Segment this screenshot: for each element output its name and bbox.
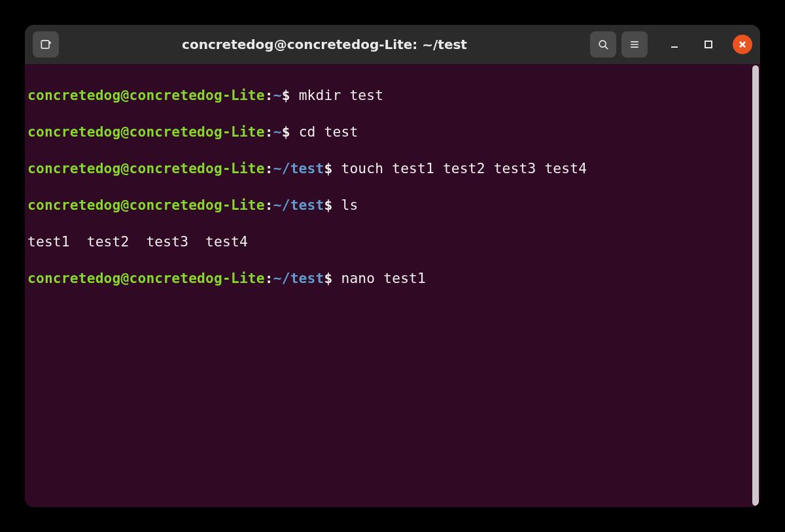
- prompt-dollar: $: [324, 160, 333, 176]
- search-button[interactable]: [590, 31, 616, 58]
- prompt-separator: :: [265, 124, 273, 140]
- command-text: nano test1: [341, 270, 426, 286]
- titlebar: concretedog@concretedog-Lite: ~/test: [25, 25, 760, 64]
- terminal-line: concretedog@concretedog-Lite:~$ cd test: [27, 123, 759, 141]
- terminal-line: concretedog@concretedog-Lite:~/test$ nan…: [27, 269, 759, 288]
- svg-line-2: [605, 46, 607, 48]
- prompt-dollar: $: [324, 270, 333, 286]
- command-text: ls: [341, 197, 358, 213]
- terminal-content[interactable]: concretedog@concretedog-Lite:~$ mkdir te…: [25, 64, 760, 328]
- prompt-user-host: concretedog@concretedog-Lite: [27, 270, 265, 286]
- svg-rect-0: [41, 41, 49, 48]
- new-tab-icon: [39, 38, 52, 51]
- terminal-line: concretedog@concretedog-Lite:~/test$ tou…: [27, 159, 759, 178]
- prompt-user-host: concretedog@concretedog-Lite: [27, 197, 265, 213]
- terminal-window: concretedog@concretedog-Lite: ~/test: [25, 25, 760, 507]
- svg-point-1: [599, 41, 606, 47]
- command-text: cd test: [299, 124, 358, 140]
- hamburger-icon: [628, 38, 641, 51]
- command-text: touch test1 test2 test3 test4: [341, 160, 587, 176]
- prompt-dollar: $: [282, 87, 290, 103]
- window-controls: [665, 35, 752, 54]
- close-icon: [738, 40, 747, 49]
- prompt-path: ~/test: [273, 270, 324, 286]
- prompt-path: ~/test: [273, 160, 324, 176]
- prompt-path: ~: [273, 87, 282, 103]
- terminal-line: concretedog@concretedog-Lite:~$ mkdir te…: [27, 86, 759, 105]
- command-output: test1 test2 test3 test4: [27, 233, 248, 250]
- prompt-user-host: concretedog@concretedog-Lite: [27, 160, 265, 176]
- prompt-separator: :: [265, 197, 273, 213]
- new-tab-button[interactable]: [33, 31, 59, 58]
- terminal-body[interactable]: concretedog@concretedog-Lite:~$ mkdir te…: [25, 64, 760, 507]
- minimize-icon: [669, 39, 680, 50]
- terminal-line: concretedog@concretedog-Lite:~/test$ ls: [27, 196, 759, 214]
- maximize-button[interactable]: [699, 35, 718, 54]
- window-title: concretedog@concretedog-Lite: ~/test: [182, 37, 467, 52]
- scrollbar[interactable]: [752, 65, 759, 506]
- svg-rect-7: [705, 41, 712, 48]
- command-text: mkdir test: [299, 87, 384, 103]
- maximize-icon: [703, 39, 714, 50]
- prompt-separator: :: [265, 87, 273, 103]
- prompt-user-host: concretedog@concretedog-Lite: [27, 87, 265, 103]
- prompt-dollar: $: [324, 197, 333, 213]
- prompt-path: ~: [273, 124, 282, 140]
- minimize-button[interactable]: [665, 35, 684, 54]
- close-button[interactable]: [733, 35, 752, 54]
- prompt-path: ~/test: [273, 197, 324, 213]
- terminal-line: test1 test2 test3 test4: [27, 233, 759, 251]
- prompt-user-host: concretedog@concretedog-Lite: [27, 124, 265, 140]
- prompt-separator: :: [265, 160, 273, 176]
- prompt-dollar: $: [282, 124, 290, 140]
- menu-button[interactable]: [621, 31, 648, 58]
- prompt-separator: :: [265, 270, 273, 286]
- search-icon: [597, 38, 610, 51]
